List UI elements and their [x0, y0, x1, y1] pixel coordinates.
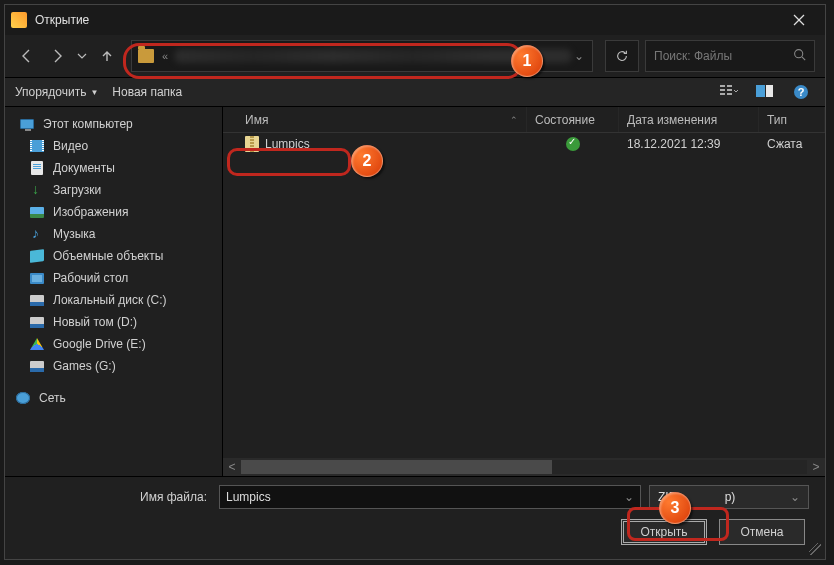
- sidebar-label: Google Drive (E:): [53, 337, 146, 351]
- document-icon: [31, 161, 43, 175]
- file-open-dialog: Открытие « ⌄ Поиск: Файлы Упорядочить: [4, 4, 826, 560]
- sidebar-label: Локальный диск (C:): [53, 293, 167, 307]
- svg-rect-11: [766, 85, 773, 97]
- svg-rect-7: [727, 85, 732, 87]
- film-icon: [30, 140, 44, 152]
- download-icon: [30, 184, 44, 196]
- music-icon: [30, 227, 44, 241]
- chevron-down-icon: ▼: [90, 88, 98, 97]
- sidebar-label: Видео: [53, 139, 88, 153]
- filename-combo[interactable]: Lumpics ⌄: [219, 485, 641, 509]
- file-date: 18.12.2021 12:39: [619, 137, 759, 151]
- sidebar-label: Изображения: [53, 205, 128, 219]
- sidebar-item-downloads[interactable]: Загрузки: [5, 179, 222, 201]
- scroll-track[interactable]: [241, 460, 807, 474]
- search-placeholder: Поиск: Файлы: [654, 49, 793, 63]
- resize-grip[interactable]: [809, 543, 821, 555]
- app-icon: [11, 12, 27, 28]
- arrow-left-icon: [19, 48, 35, 64]
- refresh-button[interactable]: [605, 40, 639, 72]
- recent-locations-button[interactable]: [75, 44, 89, 68]
- zip-icon: [245, 136, 259, 152]
- sidebar-item-videos[interactable]: Видео: [5, 135, 222, 157]
- scroll-thumb[interactable]: [241, 460, 552, 474]
- sidebar-item-pictures[interactable]: Изображения: [5, 201, 222, 223]
- sidebar-item-games-g[interactable]: Games (G:): [5, 355, 222, 377]
- file-row[interactable]: Lumpics 18.12.2021 12:39 Сжата: [223, 133, 825, 155]
- column-status[interactable]: Состояние: [527, 107, 619, 132]
- file-type: Сжата: [759, 137, 825, 151]
- google-drive-icon: [30, 338, 44, 350]
- disk-icon: [30, 295, 44, 306]
- svg-rect-6: [720, 93, 725, 95]
- horizontal-scrollbar[interactable]: < >: [223, 458, 825, 476]
- scroll-left-icon[interactable]: <: [223, 460, 241, 474]
- desktop-icon: [30, 273, 44, 284]
- preview-pane-button[interactable]: [751, 81, 779, 103]
- sidebar: Этот компьютер Видео Документы Загрузки …: [5, 107, 223, 476]
- cancel-button[interactable]: Отмена: [719, 519, 805, 545]
- svg-rect-8: [727, 89, 732, 91]
- column-type[interactable]: Тип: [759, 107, 825, 132]
- chevron-down-icon: [77, 51, 87, 61]
- sidebar-label: Сеть: [39, 391, 66, 405]
- help-icon: ?: [793, 84, 809, 100]
- bottom-panel: Имя файла: Lumpics ⌄ ZIP p) ⌄ Открыть От…: [5, 476, 825, 559]
- svg-rect-9: [727, 93, 732, 95]
- svg-rect-10: [756, 85, 765, 97]
- refresh-icon: [615, 49, 629, 63]
- filetype-suffix: p): [725, 490, 736, 504]
- sidebar-item-new-volume-d[interactable]: Новый том (D:): [5, 311, 222, 333]
- chevron-down-icon[interactable]: ⌄: [624, 490, 634, 504]
- sidebar-item-google-drive-e[interactable]: Google Drive (E:): [5, 333, 222, 355]
- search-icon: [793, 48, 806, 64]
- disk-icon: [30, 317, 44, 328]
- sidebar-label: Документы: [53, 161, 115, 175]
- new-folder-button[interactable]: Новая папка: [112, 85, 182, 99]
- sidebar-this-pc[interactable]: Этот компьютер: [5, 113, 222, 135]
- close-icon: [793, 14, 805, 26]
- sidebar-item-music[interactable]: Музыка: [5, 223, 222, 245]
- svg-text:?: ?: [798, 86, 805, 98]
- svg-line-3: [802, 57, 805, 60]
- forward-button[interactable]: [45, 44, 69, 68]
- open-button[interactable]: Открыть: [621, 519, 707, 545]
- sidebar-item-desktop[interactable]: Рабочий стол: [5, 267, 222, 289]
- sidebar-label: Рабочий стол: [53, 271, 128, 285]
- file-name: Lumpics: [265, 137, 310, 151]
- toolbar: Упорядочить ▼ Новая папка ?: [5, 77, 825, 107]
- sidebar-item-local-disk-c[interactable]: Локальный диск (C:): [5, 289, 222, 311]
- back-button[interactable]: [15, 44, 39, 68]
- close-button[interactable]: [779, 6, 819, 34]
- organize-label: Упорядочить: [15, 85, 86, 99]
- sidebar-label: Загрузки: [53, 183, 101, 197]
- filename-value: Lumpics: [226, 490, 271, 504]
- image-icon: [30, 207, 44, 218]
- view-options-button[interactable]: [715, 81, 743, 103]
- column-date[interactable]: Дата изменения: [619, 107, 759, 132]
- search-field[interactable]: Поиск: Файлы: [645, 40, 815, 72]
- column-name[interactable]: Имя⌃: [237, 107, 527, 132]
- sidebar-label: Новый том (D:): [53, 315, 137, 329]
- organize-menu[interactable]: Упорядочить ▼: [15, 85, 98, 99]
- chevron-down-icon[interactable]: ⌄: [790, 490, 800, 504]
- sidebar-label: Объемные объекты: [53, 249, 163, 263]
- scroll-right-icon[interactable]: >: [807, 460, 825, 474]
- help-button[interactable]: ?: [787, 81, 815, 103]
- disk-icon: [30, 361, 44, 372]
- sidebar-network[interactable]: Сеть: [5, 387, 222, 409]
- sort-asc-icon: ⌃: [510, 115, 518, 125]
- sidebar-label: Games (G:): [53, 359, 116, 373]
- nav-row: « ⌄ Поиск: Файлы: [5, 35, 825, 77]
- file-rows: Lumpics 18.12.2021 12:39 Сжата: [223, 133, 825, 458]
- network-icon: [16, 392, 30, 404]
- svg-rect-4: [720, 85, 725, 87]
- address-dropdown-icon[interactable]: ⌄: [572, 49, 586, 63]
- badge-2: 2: [351, 145, 383, 177]
- sidebar-item-documents[interactable]: Документы: [5, 157, 222, 179]
- svg-point-2: [795, 50, 803, 58]
- up-button[interactable]: [95, 44, 119, 68]
- badge-3: 3: [659, 492, 691, 524]
- sidebar-item-3d-objects[interactable]: Объемные объекты: [5, 245, 222, 267]
- file-list: Имя⌃ Состояние Дата изменения Тип Lumpic…: [223, 107, 825, 476]
